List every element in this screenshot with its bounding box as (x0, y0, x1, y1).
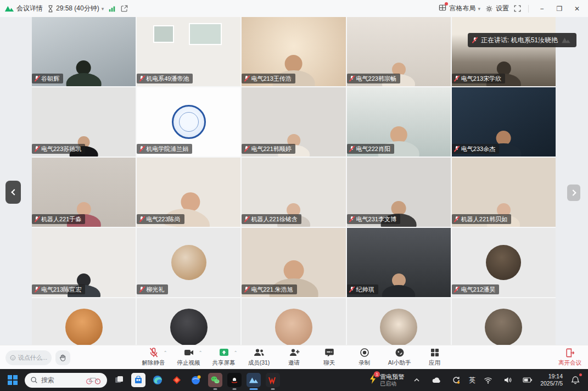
battery-button[interactable] (520, 373, 535, 387)
participant-tile[interactable]: 电气231李文博 (347, 158, 451, 227)
mic-muted-icon (139, 286, 144, 293)
microsoft-store-button[interactable] (131, 373, 145, 387)
participant-nameplate: 电气223韩宗畅 (347, 74, 400, 83)
wifi-button[interactable] (481, 373, 495, 387)
tool-label: 停止视频 (177, 359, 200, 367)
chevron-up-icon (413, 377, 420, 383)
participant-tile[interactable]: 纪帅琪 (347, 228, 451, 297)
participant-tile[interactable] (452, 298, 556, 345)
mic-muted-icon (34, 146, 40, 152)
settings-button[interactable]: 设置 (485, 4, 509, 13)
next-page-button[interactable] (567, 185, 580, 201)
wps-button[interactable] (266, 373, 280, 387)
blue-sphere-app-button[interactable] (189, 373, 203, 387)
close-button[interactable]: ✕ (570, 3, 584, 14)
participant-tile[interactable]: 柳光礼 (137, 228, 240, 297)
notification-bell-icon (571, 376, 580, 385)
quick-chat-input[interactable]: 说点什么... (5, 350, 52, 365)
raise-hand-button[interactable] (55, 350, 70, 365)
participant-tile[interactable]: 电气212潘昊 (452, 228, 556, 297)
participant-tile[interactable]: 电气223陈尚 (137, 158, 240, 227)
open-app-indicator (271, 388, 275, 390)
participant-name: 纪帅琪 (356, 287, 374, 293)
mic-muted-icon (349, 146, 355, 152)
notification-dot (579, 373, 582, 376)
participant-tile[interactable]: 电气222肖阳 (347, 87, 451, 157)
participant-nameplate: 电气233余杰 (452, 144, 499, 154)
participant-tile[interactable]: 电气223韩宗畅 (347, 17, 451, 86)
update-sync-button[interactable] (449, 373, 463, 387)
participant-tile[interactable]: 电气221韩顺婷 (242, 87, 345, 157)
participant-name: 电气223苏德凯 (41, 146, 81, 152)
signal-bars-icon (108, 5, 116, 13)
participant-tile[interactable]: 机器人221徐铭含 (242, 158, 345, 227)
pop-out-button[interactable] (120, 4, 128, 13)
maximize-button[interactable]: ❐ (553, 3, 566, 14)
input-language-indicator[interactable]: 英 (469, 376, 475, 385)
wall-art (189, 23, 222, 45)
participant-tile[interactable]: 机电系49潘帝池 (137, 17, 240, 86)
qq-button[interactable] (227, 373, 242, 387)
participant-nameplate: 机电学院浦兰娟 (137, 144, 192, 154)
participant-tile[interactable]: 谷朝辉 (32, 17, 136, 86)
participant-nameplate: 电气213王传浩 (242, 74, 295, 83)
previous-page-button[interactable] (5, 181, 21, 204)
meeting-timer[interactable]: 29:58 (40分钟) ▾ (47, 4, 104, 13)
share-screen-button[interactable]: 共享屏幕 ⌃ (211, 347, 237, 367)
settings-label: 设置 (496, 4, 509, 13)
participant-tile[interactable] (137, 298, 240, 345)
weather-alert-widget[interactable]: 1 雷电预警 已启动 (368, 373, 404, 387)
wps-icon (268, 375, 278, 385)
red-diamond-app-button[interactable] (170, 373, 184, 387)
record-button[interactable]: 录制 (351, 347, 378, 367)
members-button[interactable]: 成员(31) (246, 347, 272, 367)
meeting-menu[interactable]: 会议详情 (4, 4, 43, 13)
participant-tile[interactable]: 电气223苏德凯 (32, 87, 136, 157)
participant-tile[interactable]: 电气213宋学欣 (452, 17, 556, 86)
caret-up-icon[interactable]: ⌃ (199, 350, 203, 355)
invite-button[interactable]: 邀请 (281, 347, 307, 367)
taskbar-clock[interactable]: 19:14 2025/7/5 (540, 373, 563, 387)
taskbar-search[interactable]: 搜索 (25, 373, 107, 388)
apps-icon (429, 347, 440, 358)
wechat-button[interactable] (208, 373, 222, 387)
fullscreen-button[interactable] (513, 4, 522, 13)
start-button[interactable] (5, 373, 20, 387)
participant-tile[interactable]: 电气221.朱浩旭 (242, 228, 345, 297)
apps-button[interactable]: 应用 (422, 347, 448, 367)
ai-assistant-button[interactable]: AI小助手 (387, 347, 413, 367)
participant-tile[interactable]: 机电学院浦兰娟 (137, 87, 240, 157)
caret-up-icon[interactable]: ⌃ (164, 350, 167, 355)
alert-title: 雷电预警 (380, 373, 404, 381)
tool-label: 解除静音 (142, 359, 165, 367)
participant-tile[interactable] (32, 298, 136, 345)
notification-center-button[interactable] (568, 373, 583, 387)
minimize-button[interactable]: − (535, 3, 548, 14)
hidden-icons-button[interactable] (410, 373, 424, 387)
participant-tile[interactable]: 电气233余杰 (452, 87, 556, 157)
participant-tile[interactable] (347, 298, 451, 345)
participant-tile[interactable]: 电气213陈宣宏 (32, 228, 136, 297)
task-view-button[interactable] (112, 373, 126, 387)
onedrive-button[interactable] (429, 373, 444, 387)
caret-up-icon[interactable]: ⌃ (234, 350, 238, 355)
participant-nameplate: 纪帅琪 (347, 284, 378, 294)
participant-tile[interactable] (242, 298, 345, 345)
participant-tile[interactable]: 机器人221于淼 (32, 158, 136, 227)
edge-browser-button[interactable] (150, 373, 165, 387)
mic-muted-icon (244, 286, 249, 293)
stop-video-button[interactable]: 停止视频 ⌃ (176, 347, 202, 367)
unmute-button[interactable]: 解除静音 ⌃ (141, 347, 167, 367)
layout-switcher[interactable]: 宫格布局 ▾ (438, 3, 480, 14)
tencent-meeting-app-button[interactable] (247, 373, 261, 387)
chat-button[interactable]: 聊天 (316, 347, 343, 367)
tool-label: AI小助手 (388, 359, 411, 367)
open-app-indicator (214, 388, 217, 390)
toolbar-actions: 解除静音 ⌃ 停止视频 ⌃ 共享屏幕 ⌃ 成员(31) 邀请 聊天 录制 (141, 347, 448, 367)
network-quality[interactable] (108, 5, 116, 13)
participant-tile[interactable]: 机器人221韩贝如 (452, 158, 556, 227)
participant-name: 谷朝辉 (41, 76, 59, 82)
leave-meeting-button[interactable]: 离开会议 (558, 348, 581, 367)
participant-tile[interactable]: 电气213王传浩 (242, 17, 345, 86)
volume-button[interactable] (501, 373, 515, 387)
